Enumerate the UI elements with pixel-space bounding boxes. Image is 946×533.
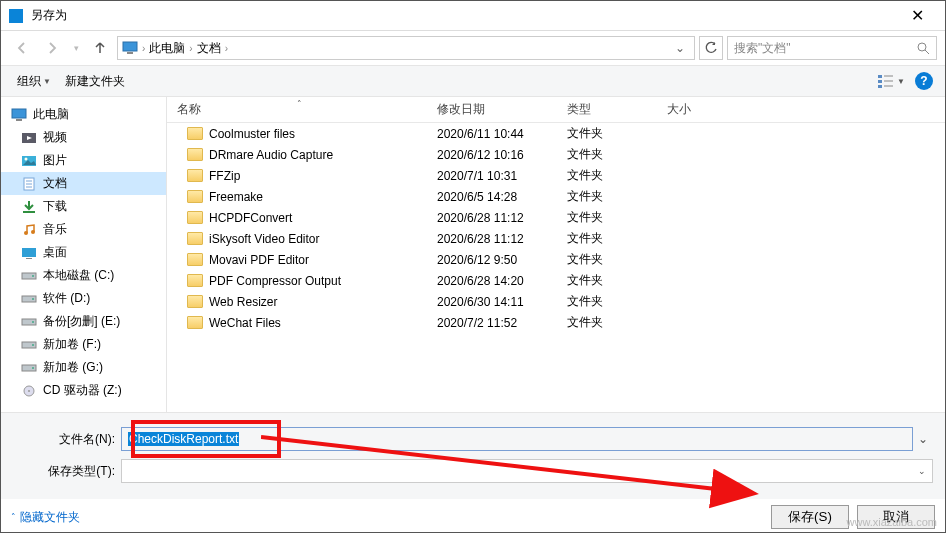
arrow-left-icon <box>14 40 30 56</box>
sidebar-item-video[interactable]: 视频 <box>1 126 166 149</box>
sidebar-item-label: CD 驱动器 (Z:) <box>43 382 122 399</box>
sidebar-item-pc[interactable]: 此电脑 <box>1 103 166 126</box>
documents-icon <box>21 177 37 191</box>
sidebar: 此电脑视频图片文档下载音乐桌面本地磁盘 (C:)软件 (D:)备份[勿删] (E… <box>1 97 167 412</box>
col-size[interactable]: 大小 <box>657 101 737 118</box>
svg-point-15 <box>25 157 28 160</box>
sidebar-item-drive[interactable]: 新加卷 (F:) <box>1 333 166 356</box>
col-date[interactable]: 修改日期 <box>427 101 557 118</box>
column-headers: ˄ 名称 修改日期 类型 大小 <box>167 97 945 123</box>
sidebar-item-documents[interactable]: 文档 <box>1 172 166 195</box>
file-name: HCPDFConvert <box>209 211 292 225</box>
svg-rect-0 <box>123 42 137 51</box>
sidebar-item-label: 图片 <box>43 152 67 169</box>
sidebar-item-drive[interactable]: 备份[勿删] (E:) <box>1 310 166 333</box>
sidebar-item-downloads[interactable]: 下载 <box>1 195 166 218</box>
file-type: 文件夹 <box>557 125 657 142</box>
file-date: 2020/6/12 10:16 <box>427 148 557 162</box>
refresh-icon <box>704 41 718 55</box>
filename-dropdown[interactable]: ⌄ <box>913 432 933 446</box>
search-input[interactable]: 搜索"文档" <box>727 36 937 60</box>
folder-icon <box>187 274 203 287</box>
file-date: 2020/6/28 14:20 <box>427 274 557 288</box>
sidebar-item-cd[interactable]: CD 驱动器 (Z:) <box>1 379 166 402</box>
drive-icon <box>21 269 37 283</box>
search-icon <box>917 42 930 55</box>
file-row[interactable]: FFZip2020/7/1 10:31文件夹 <box>167 165 945 186</box>
sidebar-item-drive[interactable]: 软件 (D:) <box>1 287 166 310</box>
svg-point-22 <box>31 230 35 234</box>
filename-input[interactable]: CheckDiskReport.txt <box>121 427 913 451</box>
file-date: 2020/6/12 9:50 <box>427 253 557 267</box>
file-row[interactable]: HCPDFConvert2020/6/28 11:12文件夹 <box>167 207 945 228</box>
type-label: 保存类型(T): <box>13 463 121 480</box>
breadcrumb[interactable]: › 此电脑 › 文档 › ⌄ <box>117 36 695 60</box>
save-button[interactable]: 保存(S) <box>771 505 849 529</box>
file-row[interactable]: DRmare Audio Capture2020/6/12 10:16文件夹 <box>167 144 945 165</box>
sidebar-item-drive[interactable]: 本地磁盘 (C:) <box>1 264 166 287</box>
folder-icon <box>187 316 203 329</box>
filename-label: 文件名(N): <box>13 431 121 448</box>
recent-dropdown[interactable]: ▾ <box>69 36 83 60</box>
file-row[interactable]: PDF Compressor Output2020/6/28 14:20文件夹 <box>167 270 945 291</box>
sidebar-item-desktop[interactable]: 桌面 <box>1 241 166 264</box>
filetype-combo[interactable]: ⌄ <box>121 459 933 483</box>
file-date: 2020/6/11 10:44 <box>427 127 557 141</box>
svg-rect-10 <box>12 109 26 118</box>
folder-icon <box>187 211 203 224</box>
organize-menu[interactable]: 组织 ▼ <box>13 71 55 92</box>
bottom-panel: 文件名(N): CheckDiskReport.txt ⌄ 保存类型(T): ⌄ <box>1 412 945 499</box>
window-title: 另存为 <box>31 7 897 24</box>
back-button[interactable] <box>9 36 35 60</box>
svg-rect-11 <box>16 119 22 121</box>
drive-icon <box>21 361 37 375</box>
file-row[interactable]: Freemake2020/6/5 14:28文件夹 <box>167 186 945 207</box>
search-placeholder: 搜索"文档" <box>734 40 791 57</box>
breadcrumb-dropdown[interactable]: ⌄ <box>670 41 690 55</box>
file-row[interactable]: Movavi PDF Editor2020/6/12 9:50文件夹 <box>167 249 945 270</box>
col-type[interactable]: 类型 <box>557 101 657 118</box>
folder-icon <box>187 232 203 245</box>
file-date: 2020/6/28 11:12 <box>427 211 557 225</box>
drive-icon <box>21 315 37 329</box>
new-folder-button[interactable]: 新建文件夹 <box>61 71 129 92</box>
folder-icon <box>187 253 203 266</box>
file-name: Web Resizer <box>209 295 277 309</box>
music-icon <box>21 223 37 237</box>
file-row[interactable]: WeChat Files2020/7/2 11:52文件夹 <box>167 312 945 333</box>
svg-rect-5 <box>878 80 882 83</box>
video-icon <box>21 131 37 145</box>
sidebar-item-label: 软件 (D:) <box>43 290 90 307</box>
hide-folders-link[interactable]: ˄ 隐藏文件夹 <box>11 509 80 526</box>
up-button[interactable] <box>87 36 113 60</box>
sidebar-item-label: 桌面 <box>43 244 67 261</box>
col-name[interactable]: ˄ 名称 <box>167 101 427 118</box>
drive-icon <box>21 338 37 352</box>
svg-point-26 <box>32 275 34 277</box>
view-options[interactable]: ▼ <box>878 74 905 88</box>
help-button[interactable]: ? <box>915 72 933 90</box>
cd-icon <box>21 384 37 398</box>
breadcrumb-item[interactable]: 此电脑 <box>149 40 185 57</box>
svg-rect-4 <box>878 75 882 78</box>
sidebar-item-label: 新加卷 (F:) <box>43 336 101 353</box>
toolbar: 组织 ▼ 新建文件夹 ▼ ? <box>1 65 945 97</box>
sidebar-item-pictures[interactable]: 图片 <box>1 149 166 172</box>
breadcrumb-sep: › <box>140 43 147 54</box>
file-date: 2020/6/28 11:12 <box>427 232 557 246</box>
forward-button[interactable] <box>39 36 65 60</box>
file-row[interactable]: Coolmuster files2020/6/11 10:44文件夹 <box>167 123 945 144</box>
breadcrumb-item[interactable]: 文档 <box>197 40 221 57</box>
close-button[interactable]: ✕ <box>897 6 937 25</box>
sidebar-item-drive[interactable]: 新加卷 (G:) <box>1 356 166 379</box>
chevron-up-icon: ˄ <box>11 512 16 522</box>
refresh-button[interactable] <box>699 36 723 60</box>
file-row[interactable]: iSkysoft Video Editor2020/6/28 11:12文件夹 <box>167 228 945 249</box>
filename-value: CheckDiskReport.txt <box>128 432 239 446</box>
chevron-down-icon: ▼ <box>43 77 51 86</box>
sidebar-item-music[interactable]: 音乐 <box>1 218 166 241</box>
svg-point-30 <box>32 321 34 323</box>
sidebar-item-label: 音乐 <box>43 221 67 238</box>
sidebar-item-label: 视频 <box>43 129 67 146</box>
file-row[interactable]: Web Resizer2020/6/30 14:11文件夹 <box>167 291 945 312</box>
